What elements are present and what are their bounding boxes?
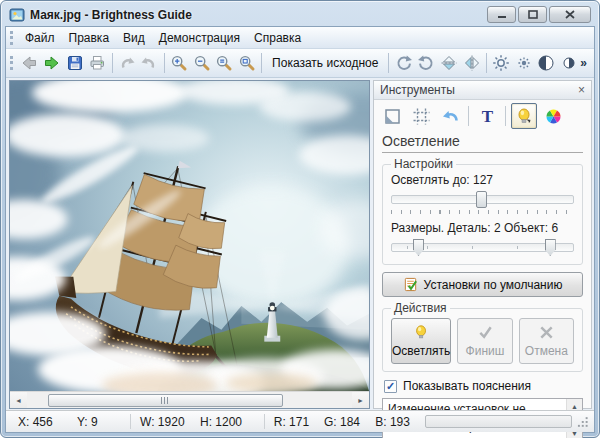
flip-vertical-button[interactable] [438, 51, 461, 75]
cancel-action-label: Отмена [525, 344, 568, 358]
toolbar-separator [261, 53, 262, 73]
redo-button[interactable] [138, 51, 161, 75]
object-slider-thumb[interactable] [545, 239, 556, 256]
status-bar: X: 456 Y: 9 W: 1920 H: 1200 R: 171 G: 18… [6, 410, 594, 432]
status-separator [130, 414, 131, 429]
scroll-thumb-grip [161, 397, 170, 404]
settings-group: Настройки Осветлять до: 127 Размеры. Дет… [382, 157, 583, 265]
menu-file[interactable]: Файл [18, 28, 62, 48]
horizontal-scrollbar[interactable]: ◄ ► [10, 391, 369, 408]
back-icon [20, 54, 38, 72]
status-separator [264, 414, 265, 429]
lighthouse-ship-artwork [10, 81, 369, 391]
finish-check-icon [477, 324, 494, 341]
toolbar-grip[interactable] [10, 56, 13, 70]
scroll-right-arrow[interactable]: ► [352, 392, 369, 408]
image-canvas[interactable] [10, 81, 369, 391]
defaults-button[interactable]: Установки по умолчанию [382, 272, 583, 297]
zoom-out-button[interactable] [190, 51, 213, 75]
text-tool-button[interactable]: T [474, 103, 500, 129]
flip-horizontal-button[interactable] [460, 51, 483, 75]
status-red: R: 171 [274, 415, 324, 429]
zoom-actual-button[interactable] [213, 51, 236, 75]
lighten-tool-button[interactable] [511, 103, 537, 129]
contrast-small-button[interactable] [558, 51, 581, 75]
print-button[interactable] [86, 51, 109, 75]
sizes-slider-ticks [405, 246, 560, 249]
progress-bar [425, 415, 572, 428]
maximize-button[interactable] [518, 6, 547, 23]
tools-panel-title: Инструменты [380, 83, 455, 97]
undo-button[interactable] [115, 51, 138, 75]
finish-action-button[interactable]: Финиш [457, 318, 512, 364]
lighten-slider-thumb[interactable] [476, 191, 487, 208]
rotate-ccw-button[interactable] [415, 51, 438, 75]
scroll-left-arrow[interactable]: ◄ [10, 392, 27, 408]
save-button[interactable] [63, 51, 86, 75]
svg-text:T: T [481, 107, 493, 126]
tools-panel-header[interactable]: Инструменты × [374, 81, 591, 100]
lighten-action-button[interactable]: Осветлять [391, 318, 451, 364]
settings-legend: Настройки [391, 157, 456, 171]
rotate-cw-button[interactable] [392, 51, 415, 75]
menubar-grip[interactable] [10, 31, 13, 45]
panel-close-icon[interactable]: × [578, 84, 585, 96]
zoom-fit-button[interactable] [236, 51, 259, 75]
status-width: W: 1920 [140, 415, 200, 429]
crop-tool-button[interactable] [408, 103, 434, 129]
menu-view[interactable]: Вид [116, 28, 152, 48]
toolbar-overflow-button[interactable]: » [580, 56, 589, 70]
finish-action-label: Финиш [466, 344, 505, 358]
close-button[interactable] [549, 6, 591, 23]
redo-icon [140, 54, 158, 72]
forward-button[interactable] [41, 51, 64, 75]
cancel-action-button[interactable]: Отмена [519, 318, 574, 364]
contrast-button[interactable] [535, 51, 558, 75]
horizontal-scroll-thumb[interactable] [48, 394, 283, 407]
show-hints-checkbox[interactable]: ✓ [384, 380, 397, 393]
window-title: Маяк.jpg - Brightness Guide [30, 8, 192, 22]
lighten-slider[interactable] [391, 190, 574, 209]
status-x: X: 456 [18, 415, 77, 429]
zoom-in-button[interactable] [168, 51, 191, 75]
show-hints-row[interactable]: ✓ Показывать пояснения [384, 379, 581, 393]
resize-tool-button[interactable] [379, 103, 405, 129]
app-window: Маяк.jpg - Brightness Guide Файл Правка … [0, 0, 600, 438]
menu-bar: Файл Правка Вид Демонстрация Справка [6, 27, 594, 49]
status-y: Y: 9 [77, 415, 130, 429]
rotate-cw-icon [395, 54, 413, 72]
status-green: G: 184 [324, 415, 375, 429]
zoom-in-icon [170, 54, 188, 72]
sizes-range-slider[interactable] [391, 238, 574, 257]
defaults-button-label: Установки по умолчанию [424, 278, 563, 292]
tools-panel: Инструменты × [373, 80, 592, 409]
flip-vertical-icon [440, 54, 458, 72]
undo-icon [118, 54, 136, 72]
sizes-label: Размеры. Деталь: 2 Объект: 6 [391, 221, 574, 235]
undo-tool-button[interactable] [437, 103, 463, 129]
title-bar[interactable]: Маяк.jpg - Brightness Guide [1, 1, 599, 26]
lighten-bulb-icon [515, 107, 534, 126]
show-original-button[interactable]: Показать исходное [265, 53, 385, 73]
menu-edit[interactable]: Правка [62, 28, 117, 48]
menu-help[interactable]: Справка [247, 28, 308, 48]
color-wheel-icon [544, 107, 563, 126]
toolbar: Показать исходное [6, 49, 594, 78]
resize-icon [383, 107, 402, 126]
image-viewer: ◄ ► [9, 80, 370, 409]
cancel-x-icon [538, 324, 555, 341]
lighten-slider-ticks [391, 210, 574, 214]
lighten-to-label: Осветлять до: 127 [391, 173, 574, 187]
back-button[interactable] [18, 51, 41, 75]
brightness-button[interactable] [490, 51, 513, 75]
menu-demo[interactable]: Демонстрация [152, 28, 247, 48]
forward-icon [43, 54, 61, 72]
detail-slider-thumb[interactable] [413, 239, 424, 256]
brightness-small-button[interactable] [512, 51, 535, 75]
colors-tool-button[interactable] [540, 103, 566, 129]
resize-grip[interactable] [576, 415, 589, 428]
save-icon [66, 54, 84, 72]
contrast-icon [537, 54, 555, 72]
section-title: Осветление [382, 133, 583, 153]
minimize-button[interactable] [487, 6, 516, 23]
